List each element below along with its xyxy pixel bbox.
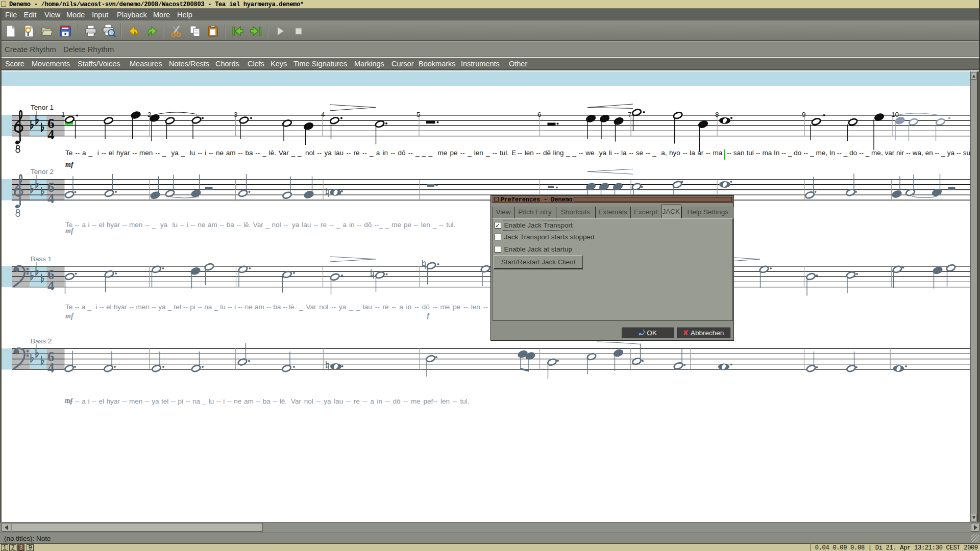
svg-text:mf: mf [65,161,74,168]
svg-text:Bass 2: Bass 2 [31,337,52,345]
svg-text:4: 4 [321,111,325,118]
svg-text:9: 9 [802,111,806,118]
svg-text:mf: mf [65,312,74,320]
svg-text:Bass 1: Bass 1 [31,255,52,263]
svg-text:6: 6 [537,111,542,118]
svg-text:7: 7 [628,111,632,118]
svg-text:4: 4 [47,127,55,142]
svg-text:4: 4 [47,191,55,206]
svg-text:3: 3 [234,111,238,118]
svg-text:Tenor 1: Tenor 1 [31,104,54,111]
svg-text:Tenor 2: Tenor 2 [31,168,54,176]
svg-text:4: 4 [47,278,55,293]
svg-text:8: 8 [715,111,719,118]
svg-text:f: f [427,312,430,319]
svg-text:4: 4 [47,360,55,375]
svg-text:1: 1 [61,111,65,118]
svg-text:5: 5 [416,111,421,118]
svg-text:10: 10 [891,111,899,118]
